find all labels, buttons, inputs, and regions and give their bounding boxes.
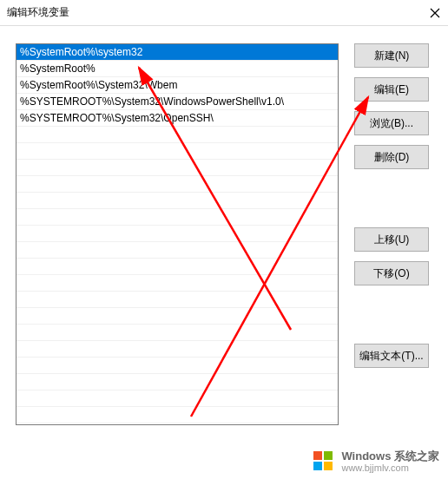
list-item[interactable]: %SYSTEMROOT%\System32\OpenSSH\: [16, 110, 338, 127]
watermark-url: www.bjjmlv.com: [341, 463, 439, 473]
watermark-text: Windows 系统之家 www.bjjmlv.com: [341, 450, 439, 473]
close-button[interactable]: [427, 5, 443, 21]
list-item[interactable]: [16, 292, 338, 308]
list-item[interactable]: [16, 407, 338, 423]
watermark-title: Windows 系统之家: [341, 450, 439, 463]
list-item[interactable]: [16, 259, 338, 275]
list-item[interactable]: %SystemRoot%: [16, 61, 338, 77]
list-item[interactable]: [16, 209, 338, 226]
move-down-button[interactable]: 下移(O): [354, 261, 429, 285]
list-item[interactable]: [16, 193, 338, 209]
dialog-content: %SystemRoot%\system32%SystemRoot%%System…: [0, 26, 448, 434]
list-item[interactable]: [16, 275, 338, 292]
list-item[interactable]: [16, 341, 338, 358]
list-item[interactable]: [16, 374, 338, 390]
new-button[interactable]: 新建(N): [354, 43, 429, 68]
list-item[interactable]: [16, 127, 338, 143]
close-icon: [430, 8, 440, 18]
list-item[interactable]: [16, 358, 338, 374]
list-item[interactable]: [16, 143, 338, 160]
edit-button[interactable]: 编辑(E): [354, 77, 429, 102]
list-item[interactable]: [16, 242, 338, 259]
windows-logo-icon: [312, 449, 336, 474]
browse-button[interactable]: 浏览(B)...: [354, 111, 429, 135]
list-item[interactable]: [16, 176, 338, 193]
list-item[interactable]: [16, 160, 338, 176]
list-item[interactable]: [16, 390, 338, 407]
watermark: Windows 系统之家 www.bjjmlv.com: [312, 449, 439, 474]
list-item[interactable]: [16, 226, 338, 242]
titlebar: 编辑环境变量: [0, 0, 448, 26]
button-column: 新建(N) 编辑(E) 浏览(B)... 删除(D) 上移(U) 下移(O) 编…: [354, 43, 429, 425]
list-item[interactable]: %SystemRoot%\System32\Wbem: [16, 77, 338, 94]
path-listbox[interactable]: %SystemRoot%\system32%SystemRoot%%System…: [16, 43, 339, 425]
delete-button[interactable]: 删除(D): [354, 145, 429, 169]
list-item[interactable]: %SYSTEMROOT%\System32\WindowsPowerShell\…: [16, 94, 338, 110]
list-item[interactable]: %SystemRoot%\system32: [16, 44, 338, 61]
window-title: 编辑环境变量: [7, 5, 69, 20]
list-item[interactable]: [16, 325, 338, 341]
move-up-button[interactable]: 上移(U): [354, 227, 429, 252]
list-item[interactable]: [16, 308, 338, 325]
edit-text-button[interactable]: 编辑文本(T)...: [354, 344, 429, 368]
